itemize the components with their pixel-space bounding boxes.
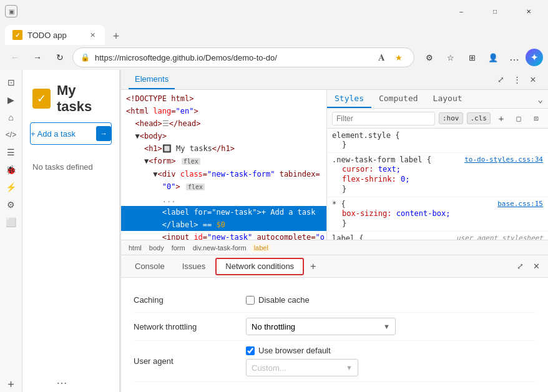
sidebar-icon-tab[interactable]: ⊡ [4, 75, 19, 90]
tab-elements[interactable]: Elements [129, 69, 175, 89]
close-button[interactable]: ✕ [514, 2, 543, 20]
caching-label: Caching [134, 295, 246, 305]
sidebar-icon-add[interactable]: + [4, 377, 19, 392]
drawer-tab-network-conditions[interactable]: Network conditions [215, 258, 304, 275]
tree-line-label-close[interactable]: </label> == $0 [121, 218, 326, 231]
bottom-section: Console Issues Network conditions + ⤢ ✕ … [121, 255, 548, 392]
add-task-button[interactable]: + Add a task → [30, 122, 112, 145]
app-logo: ✓ [32, 89, 51, 109]
drawer-close-icon[interactable]: ✕ [529, 260, 543, 273]
settings-icon[interactable]: … [504, 47, 524, 67]
tree-line-doctype: <!DOCTYPE html> [121, 92, 326, 105]
style-source-link-1[interactable]: to-do-styles.css:34 [464, 155, 543, 164]
drawer-pop-out-icon[interactable]: ⤢ [513, 260, 527, 273]
breadcrumb-body[interactable]: body [147, 243, 167, 252]
styles-panel: Styles Computed Layout ⌄ :hov .cls + □ ⊡… [327, 90, 548, 240]
toolbar-icons: ⚙ ☆ ⊞ 👤 … ✦ [419, 47, 543, 67]
forward-button[interactable]: → [27, 47, 47, 67]
sidebar-icon-media[interactable]: ▶ [4, 92, 19, 107]
breadcrumb-div[interactable]: div.new-task-form [190, 243, 249, 252]
tree-line-label[interactable]: <label for="new-task">+ Add a task [121, 206, 326, 218]
styles-filter-input[interactable] [332, 112, 435, 125]
edge-copilot-icon[interactable]: ✦ [526, 49, 543, 66]
more-options-icon[interactable]: … [56, 374, 68, 387]
tab-styles[interactable]: Styles [327, 90, 371, 108]
custom-user-agent-arrow-icon: ▼ [346, 364, 353, 371]
devtools-more-icon[interactable]: ⋮ [509, 72, 524, 87]
elements-tree: <!DOCTYPE html> <html lang="en"> <head>☰… [121, 90, 327, 240]
tab-computed[interactable]: Computed [371, 90, 426, 108]
sidebar-icon-home[interactable]: ⌂ [4, 110, 19, 125]
drawer-tab-issues[interactable]: Issues [174, 255, 215, 278]
drawer-right-icons: ⤢ ✕ [513, 260, 543, 273]
use-browser-default-checkbox[interactable] [246, 346, 255, 355]
profile-icon[interactable]: 👤 [483, 47, 503, 67]
tree-line-input1: <input id="new-task" autocomplete="o [121, 231, 326, 240]
favorites-icon[interactable]: ☆ [441, 47, 461, 67]
throttling-row: Network throttling No throttling ▼ [134, 313, 536, 341]
devtools-dock-icon[interactable]: ⤢ [493, 72, 508, 87]
refresh-button[interactable]: ↻ [50, 47, 70, 67]
use-browser-default-text: Use browser default [258, 346, 331, 355]
tab-layout[interactable]: Layout [426, 90, 470, 108]
disable-cache-checkbox[interactable] [246, 296, 255, 305]
sidebar-icon-strip: ⊡ ▶ ⌂ </> ☰ 🐞 ⚡ ⚙ ⬜ + [0, 70, 22, 392]
style-rule-star: * { base.css:15 box-sizing: content-box;… [327, 197, 548, 232]
sidebar-icon-layers[interactable]: ⬜ [4, 215, 19, 230]
sidebar-icon-code[interactable]: </> [4, 127, 19, 142]
devtools-header: Elements ⤢ ⋮ × [121, 70, 548, 90]
sidebar-icon-bug[interactable]: 🐞 [4, 162, 19, 177]
devtools-close-icon[interactable]: × [526, 72, 541, 87]
sidebar-icon-lightning[interactable]: ⚡ [4, 180, 19, 195]
back-button[interactable]: ← [5, 47, 25, 67]
maximize-button[interactable]: □ [481, 2, 509, 20]
use-browser-default-label[interactable]: Use browser default [246, 346, 331, 355]
network-conditions-content: Caching Disable cache Network throttling… [121, 278, 548, 392]
throttling-value: No throttling [252, 322, 295, 331]
throttling-select[interactable]: No throttling ▼ [246, 318, 396, 335]
user-agent-row: User agent Use browser default Custom...… [134, 341, 536, 382]
cls-button[interactable]: .cls [467, 112, 491, 124]
new-tab-button[interactable]: + [107, 27, 125, 45]
throttling-select-arrow-icon: ▼ [383, 323, 390, 330]
url-actions: 𝐀 ★ [374, 50, 406, 65]
styles-more-icon[interactable]: ⌄ [533, 90, 548, 108]
lock-icon: 🔒 [81, 53, 90, 62]
collections-icon[interactable]: ⚙ [419, 47, 439, 67]
star-icon[interactable]: ★ [391, 50, 406, 65]
url-text: https://microsoftedge.github.io/Demos/de… [95, 53, 369, 62]
disable-cache-label: Disable cache [258, 295, 310, 305]
app-title: My tasks [57, 82, 109, 115]
drawer-tab-more-button[interactable]: + [305, 261, 321, 272]
app-header: ✓ My tasks [22, 70, 119, 122]
split-screen-icon[interactable]: ⊞ [462, 47, 482, 67]
main-content: ⊡ ▶ ⌂ </> ☰ 🐞 ⚡ ⚙ ⬜ + ✓ My tasks + Add a… [0, 70, 548, 392]
disable-cache-checkbox-label[interactable]: Disable cache [246, 295, 310, 305]
user-agent-label: User agent [134, 356, 246, 366]
styles-tab-row: Styles Computed Layout ⌄ [327, 90, 548, 109]
read-aloud-icon[interactable]: 𝐀 [374, 50, 389, 65]
custom-user-agent-select[interactable]: Custom... ▼ [246, 359, 358, 376]
toggle-sidebar-icon[interactable]: ⊡ [529, 112, 543, 125]
minimize-button[interactable]: – [447, 2, 476, 20]
hov-button[interactable]: :hov [439, 112, 463, 124]
tab-close-button[interactable]: ✕ [87, 30, 97, 40]
drawer-tabs: Console Issues Network conditions + ⤢ ✕ [121, 255, 548, 278]
new-style-rule-icon[interactable]: □ [512, 112, 526, 125]
devtools-panel: Elements ⤢ ⋮ × <!DOCTYPE html> <html lan… [120, 70, 548, 392]
style-source-link-2[interactable]: base.css:15 [497, 200, 543, 208]
drawer-tab-console[interactable]: Console [126, 255, 174, 278]
active-tab[interactable]: ✓ TODO app ✕ [5, 25, 105, 45]
add-style-icon[interactable]: + [494, 112, 508, 125]
window-icon: ▣ [5, 5, 17, 17]
custom-user-agent-placeholder: Custom... [252, 363, 286, 373]
tree-line-div2: "0"> flex [121, 180, 326, 194]
tab-favicon: ✓ [12, 30, 22, 40]
breadcrumb-html[interactable]: html [126, 243, 144, 252]
tree-line-ellipsis: ... [121, 194, 326, 206]
breadcrumb-form[interactable]: form [169, 243, 188, 252]
breadcrumb-label[interactable]: label [252, 243, 271, 252]
sidebar-icon-list[interactable]: ☰ [4, 145, 19, 160]
sidebar-icon-gear[interactable]: ⚙ [4, 197, 19, 212]
url-bar[interactable]: 🔒 https://microsoftedge.github.io/Demos/… [72, 47, 414, 67]
